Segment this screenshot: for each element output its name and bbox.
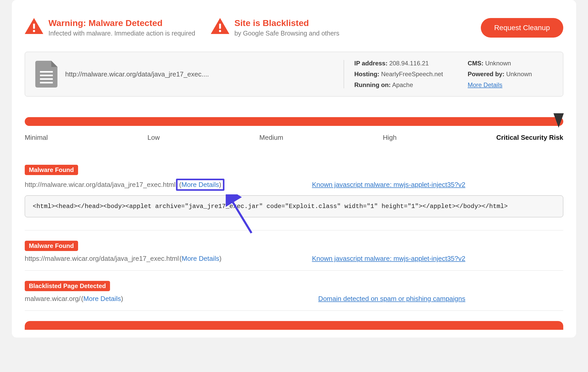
highlighted-more-details: (More Details)	[176, 179, 224, 191]
risk-label-high: High	[383, 134, 397, 142]
scanned-url: http://malware.wicar.org/data/java_jre17…	[65, 70, 209, 78]
svg-rect-4	[40, 71, 53, 73]
info-hosting: Hosting: NearlyFreeSpeech.net	[354, 71, 465, 78]
site-info-panel: http://malware.wicar.org/data/java_jre17…	[25, 52, 563, 97]
warning-icon	[25, 18, 43, 34]
finding-url: https://malware.wicar.org/data/java_jre1…	[25, 255, 179, 263]
alert-malware: Warning: Malware Detected Infected with …	[25, 18, 195, 37]
svg-point-3	[219, 30, 221, 32]
alert-blacklist: Site is Blacklisted by Google Safe Brows…	[211, 18, 339, 37]
alert-blacklist-subtitle: by Google Safe Browsing and others	[234, 30, 339, 37]
alert-malware-subtitle: Infected with malware. Immediate action …	[48, 30, 195, 37]
svg-rect-0	[33, 24, 35, 29]
finding-badge: Malware Found	[25, 165, 78, 175]
request-cleanup-button[interactable]: Request Cleanup	[481, 18, 563, 38]
risk-label-minimal: Minimal	[25, 134, 48, 142]
more-details-link[interactable]: More Details	[83, 295, 121, 303]
next-risk-bar	[25, 321, 563, 330]
alert-blacklist-text: Site is Blacklisted by Google Safe Brows…	[234, 18, 339, 37]
finding-url: http://malware.wicar.org/data/java_jre17…	[25, 181, 175, 189]
risk-bar	[25, 117, 563, 126]
divider	[25, 230, 563, 230]
alert-blacklist-title: Site is Blacklisted	[234, 18, 339, 28]
info-ip: IP address: 208.94.116.21	[354, 60, 465, 67]
finding-badge: Malware Found	[25, 241, 78, 251]
risk-label-low: Low	[147, 134, 160, 142]
svg-rect-7	[40, 82, 53, 83]
warning-icon	[211, 18, 229, 34]
divider	[25, 270, 563, 271]
svg-rect-6	[40, 78, 53, 80]
classification-link[interactable]: Domain detected on spam or phishing camp…	[318, 295, 465, 303]
risk-label-medium: Medium	[259, 134, 283, 142]
more-details-link[interactable]: More Details	[468, 81, 502, 88]
svg-rect-2	[219, 24, 221, 29]
more-details-link[interactable]: More Details	[181, 181, 219, 188]
classification-link[interactable]: Known javascript malware: mwjs-applet-in…	[312, 181, 465, 189]
finding-badge: Blacklisted Page Detected	[25, 281, 110, 291]
info-running: Running on: Apache	[354, 81, 465, 89]
more-details-link[interactable]: More Details	[182, 255, 219, 263]
svg-rect-5	[40, 75, 53, 76]
site-info-grid: IP address: 208.94.116.21 CMS: Unknown H…	[354, 60, 553, 89]
risk-label-critical: Critical Security Risk	[496, 134, 563, 142]
finding-url: malware.wicar.org/	[25, 295, 81, 303]
finding-block: Blacklisted Page Detected malware.wicar.…	[25, 281, 563, 303]
alerts-row: Warning: Malware Detected Infected with …	[25, 18, 563, 38]
risk-labels: Minimal Low Medium High Critical Securit…	[25, 134, 563, 142]
malware-code-sample: <html><head></head><body><applet archive…	[25, 195, 563, 217]
scan-result-card: Warning: Malware Detected Infected with …	[12, 0, 576, 338]
info-powered: Powered by: Unknown	[468, 71, 553, 78]
risk-pointer-icon	[553, 113, 564, 128]
svg-point-1	[33, 30, 35, 32]
alert-malware-title: Warning: Malware Detected	[48, 18, 195, 28]
finding-block: Malware Found http://malware.wicar.org/d…	[25, 165, 563, 217]
alert-malware-text: Warning: Malware Detected Infected with …	[48, 18, 195, 37]
vertical-divider	[344, 60, 344, 88]
divider	[25, 310, 563, 311]
info-cms: CMS: Unknown	[468, 60, 553, 67]
finding-block: Malware Found https://malware.wicar.org/…	[25, 241, 563, 263]
document-icon	[35, 61, 57, 88]
risk-meter	[25, 117, 563, 126]
classification-link[interactable]: Known javascript malware: mwjs-applet-in…	[312, 255, 465, 263]
